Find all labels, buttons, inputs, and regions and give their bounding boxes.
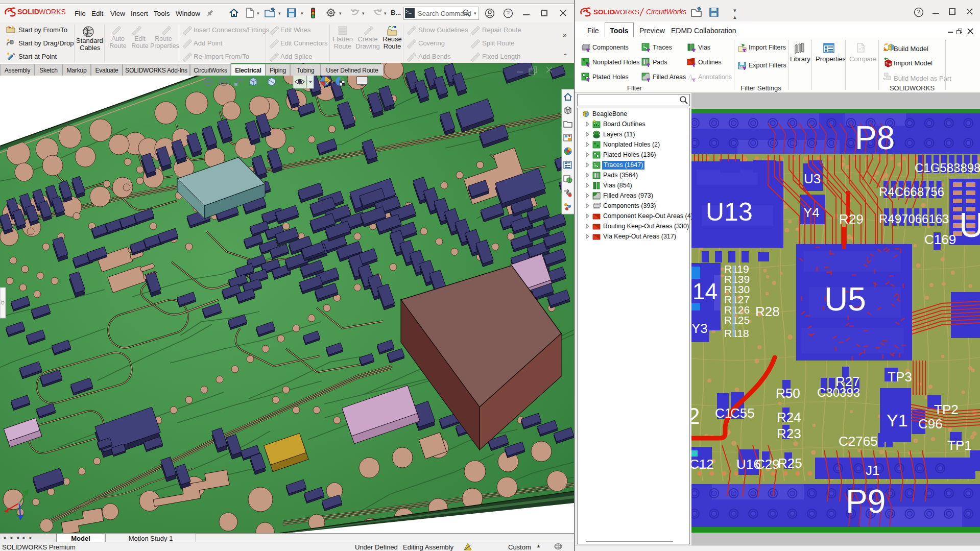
svg-text:R25: R25 <box>778 456 802 471</box>
svg-text:R118: R118 <box>724 327 749 339</box>
svg-text:Y4: Y4 <box>803 205 820 220</box>
svg-text:R4C668756: R4C668756 <box>879 185 944 199</box>
svg-text:R29: R29 <box>839 211 864 227</box>
svg-text:R24: R24 <box>777 410 801 425</box>
svg-text:P9: P9 <box>846 483 886 520</box>
svg-text:2: 2 <box>691 403 700 428</box>
svg-text:J1: J1 <box>866 463 879 478</box>
svg-text:SOLID: SOLID <box>593 8 615 16</box>
svg-text:C12: C12 <box>691 457 714 472</box>
svg-text:TP1: TP1 <box>947 438 972 453</box>
svg-text:C2765: C2765 <box>839 434 878 449</box>
svg-text:U: U <box>959 205 980 244</box>
svg-text:Y3: Y3 <box>691 321 708 336</box>
svg-text:14: 14 <box>692 279 718 304</box>
svg-text:Y1: Y1 <box>887 411 908 430</box>
svg-text:P8: P8 <box>855 119 895 156</box>
svg-text:C30393: C30393 <box>817 386 860 399</box>
svg-text:R28: R28 <box>755 304 780 319</box>
svg-text:C96: C96 <box>918 416 943 432</box>
svg-text:WORKS: WORKS <box>39 8 65 16</box>
svg-text:C1: C1 <box>715 405 732 421</box>
svg-text:?: ? <box>506 10 510 17</box>
svg-text:WORKS: WORKS <box>613 8 639 16</box>
svg-text:S: S <box>886 62 888 65</box>
svg-text:C1G5838982: C1G5838982 <box>915 161 980 175</box>
svg-text:U3: U3 <box>804 171 821 186</box>
svg-text:R50: R50 <box>776 386 800 401</box>
svg-text:TP3: TP3 <box>888 369 912 385</box>
svg-text:U5: U5 <box>824 281 866 318</box>
svg-text:SOLID: SOLID <box>17 8 39 16</box>
svg-text:R23: R23 <box>777 426 801 441</box>
svg-text:U13: U13 <box>706 198 753 226</box>
svg-text:C55: C55 <box>730 405 755 421</box>
svg-text:TP2: TP2 <box>934 402 959 417</box>
svg-text:C169: C169 <box>924 232 956 247</box>
svg-text:A: A <box>687 73 693 81</box>
svg-text:W: W <box>889 63 892 66</box>
svg-text:=?: =? <box>858 46 864 51</box>
svg-text:R497066163: R497066163 <box>879 212 949 226</box>
svg-text:?: ? <box>917 9 920 16</box>
svg-text:CircuitWorks: CircuitWorks <box>646 8 686 16</box>
svg-text:C29: C29 <box>755 457 780 472</box>
svg-text:R125: R125 <box>724 314 750 326</box>
